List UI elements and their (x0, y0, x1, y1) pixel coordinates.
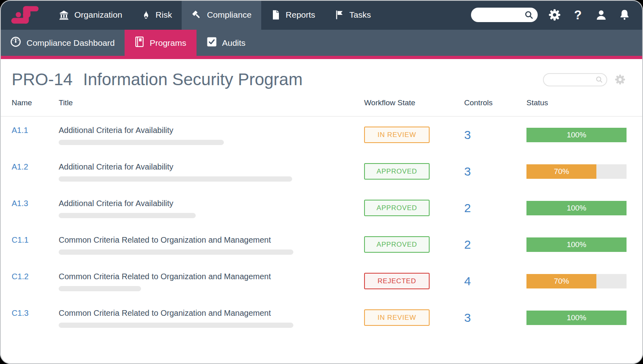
nav-item-label: Organization (74, 10, 122, 20)
workflow-state-badge: IN REVIEW (364, 127, 430, 143)
requirement-title: Common Criteria Related to Organization … (59, 271, 364, 282)
workflow-state-badge: APPROVED (364, 163, 430, 180)
table-row: A1.3 Additional Criteria for Availabilit… (0, 190, 643, 226)
nav-item-label: Compliance (207, 10, 252, 20)
requirement-description-placeholder (59, 323, 293, 328)
status-percent-label: 100% (567, 313, 586, 322)
requirement-description-placeholder (59, 249, 293, 255)
workflow-state-badge: IN REVIEW (364, 309, 430, 326)
nav-item-organization[interactable]: Organization (49, 0, 132, 30)
workflow-state-badge: APPROVED (364, 236, 430, 253)
table-header: Name Title Workflow State Controls Statu… (0, 98, 643, 107)
table-search-input[interactable] (549, 76, 595, 83)
global-search-input[interactable] (477, 11, 524, 18)
requirements-table: A1.1 Additional Criteria for Availabilit… (0, 117, 643, 336)
requirement-title: Additional Criteria for Availability (59, 125, 364, 135)
page-title: PRO-14Information Security Program (12, 70, 303, 89)
brand-logo[interactable] (0, 0, 49, 30)
table-row: C1.3 Common Criteria Related to Organiza… (0, 299, 643, 336)
column-header-controls: Controls (464, 98, 526, 107)
requirement-name-link[interactable]: C1.3 (12, 308, 59, 318)
status-progress-bar: 100% (526, 201, 627, 215)
column-header-name: Name (12, 98, 59, 107)
program-id: PRO-14 (12, 70, 73, 89)
requirement-title: Additional Criteria for Availability (59, 162, 364, 172)
column-header-workflow-state: Workflow State (364, 98, 464, 107)
settings-icon[interactable] (548, 8, 561, 21)
requirement-description-placeholder (59, 140, 224, 145)
document-icon (271, 10, 281, 20)
help-icon[interactable]: ? (571, 8, 584, 21)
nav-item-label: Tasks (349, 10, 371, 20)
accent-strip (0, 56, 643, 59)
program-name: Information Security Program (83, 70, 303, 89)
requirement-title: Common Criteria Related to Organization … (59, 235, 364, 245)
bank-icon (59, 10, 69, 20)
status-percent-label: 70% (554, 277, 569, 286)
controls-count-link[interactable]: 2 (464, 238, 471, 251)
nav-item-label: Risk (156, 10, 172, 20)
workflow-state-badge: APPROVED (364, 200, 430, 216)
requirement-name-link[interactable]: A1.2 (12, 162, 59, 172)
status-percent-label: 70% (554, 167, 569, 176)
status-progress-bar: 100% (526, 128, 627, 142)
gavel-icon (191, 10, 202, 20)
status-percent-label: 100% (567, 131, 586, 139)
controls-count-link[interactable]: 4 (464, 274, 471, 288)
nav-item-compliance[interactable]: Compliance (182, 0, 261, 30)
global-search[interactable] (471, 8, 538, 22)
column-header-title: Title (59, 98, 364, 107)
status-percent-label: 100% (567, 240, 586, 249)
workflow-state-badge: REJECTED (364, 273, 430, 289)
tab-label: Audits (222, 38, 246, 48)
controls-count-link[interactable]: 2 (464, 201, 471, 215)
compliance-sub-navigation: Compliance Dashboard Programs Audits (0, 30, 643, 56)
gauge-icon (10, 36, 21, 49)
controls-count-link[interactable]: 3 (464, 165, 471, 178)
table-toolbar (543, 73, 627, 86)
search-icon (524, 10, 534, 20)
controls-count-link[interactable]: 3 (464, 128, 471, 141)
top-navigation-bar: Organization Risk Compliance (0, 0, 643, 30)
status-progress-bar: 70% (526, 164, 627, 179)
table-settings-icon[interactable] (614, 73, 627, 86)
table-row: C1.1 Common Criteria Related to Organiza… (0, 226, 643, 263)
nav-item-tasks[interactable]: Tasks (325, 0, 381, 30)
book-icon (135, 36, 144, 49)
requirement-title: Additional Criteria for Availability (59, 198, 364, 209)
status-percent-label: 100% (567, 204, 586, 213)
status-progress-bar: 70% (526, 274, 627, 288)
nav-item-risk[interactable]: Risk (132, 0, 182, 30)
checkbox-icon (207, 37, 217, 49)
tab-compliance-dashboard[interactable]: Compliance Dashboard (0, 30, 125, 56)
column-header-status: Status (526, 98, 627, 107)
requirement-name-link[interactable]: A1.1 (12, 125, 59, 135)
flag-icon (334, 10, 344, 20)
app-window: Organization Risk Compliance (0, 0, 643, 364)
requirement-description-placeholder (59, 213, 196, 218)
nav-item-reports[interactable]: Reports (261, 0, 325, 30)
table-row: C1.2 Common Criteria Related to Organiza… (0, 263, 643, 299)
tab-audits[interactable]: Audits (197, 30, 256, 56)
requirement-title: Common Criteria Related to Organization … (59, 308, 364, 318)
controls-count-link[interactable]: 3 (464, 311, 471, 324)
flame-icon (141, 10, 150, 20)
requirement-name-link[interactable]: C1.2 (12, 271, 59, 282)
table-row: A1.2 Additional Criteria for Availabilit… (0, 153, 643, 190)
requirement-name-link[interactable]: C1.1 (12, 235, 59, 245)
tab-label: Programs (149, 38, 186, 48)
top-nav-actions: ? (471, 0, 643, 30)
requirement-description-placeholder (59, 176, 292, 182)
status-progress-bar: 100% (526, 237, 627, 252)
requirement-description-placeholder (59, 286, 141, 291)
status-progress-bar: 100% (526, 311, 627, 325)
tab-programs[interactable]: Programs (125, 30, 196, 56)
notifications-icon[interactable] (618, 8, 631, 21)
table-search[interactable] (543, 73, 607, 86)
tab-label: Compliance Dashboard (27, 38, 115, 48)
user-icon[interactable] (595, 8, 608, 21)
nav-item-label: Reports (286, 10, 315, 20)
search-icon (595, 76, 603, 84)
logo-icon (11, 6, 39, 24)
requirement-name-link[interactable]: A1.3 (12, 198, 59, 209)
